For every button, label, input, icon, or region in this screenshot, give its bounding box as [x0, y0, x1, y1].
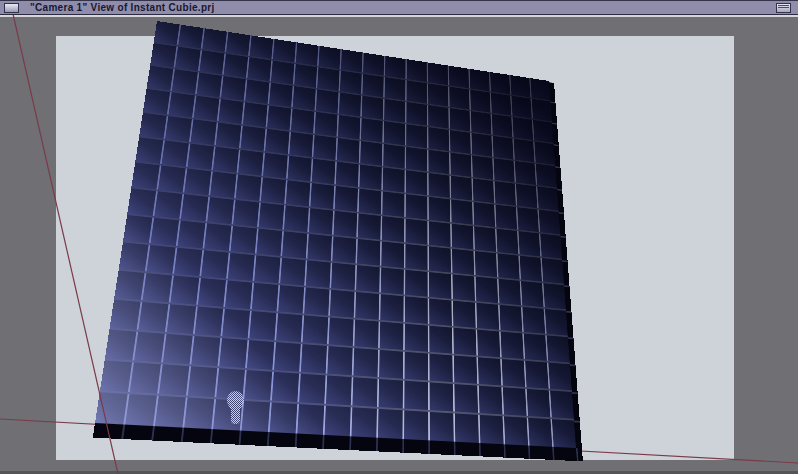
cube-face: [194, 96, 220, 121]
cube-face: [476, 277, 498, 303]
cube-face: [547, 335, 570, 362]
cube-face: [361, 118, 383, 142]
light-object[interactable]: [227, 391, 244, 425]
cube-face: [147, 66, 174, 91]
cube-face: [495, 181, 516, 205]
light-object-stem: [231, 407, 240, 424]
cube-grid: [95, 21, 576, 448]
cube-face: [379, 350, 403, 379]
cube-face: [534, 142, 555, 165]
cube-face: [517, 207, 539, 232]
cube-face: [407, 80, 427, 103]
cube-face: [284, 205, 309, 232]
cube-face: [362, 96, 384, 120]
cube-face: [231, 226, 257, 254]
cube-face: [406, 102, 427, 126]
cube-face: [191, 336, 220, 366]
cube-face: [480, 415, 504, 444]
cube-face: [405, 244, 427, 270]
cube-face: [95, 392, 128, 424]
cube-face: [539, 210, 561, 235]
cube-face: [354, 320, 378, 348]
cube-face: [405, 324, 428, 352]
cube-face: [259, 203, 284, 230]
cube-face: [131, 162, 159, 189]
cube-face: [451, 199, 473, 224]
cube-face: [543, 283, 565, 309]
cube-wall-object[interactable]: [95, 21, 576, 448]
cube-face: [477, 330, 500, 358]
cube-face: [244, 370, 272, 400]
cube-face: [429, 173, 450, 198]
cube-face: [429, 354, 452, 382]
cube-face: [490, 72, 510, 94]
cube-face: [272, 372, 299, 402]
cube-face: [297, 404, 324, 435]
cube-face: [154, 191, 182, 218]
cube-face: [429, 221, 451, 247]
cube-face: [338, 115, 360, 139]
cube-face: [407, 59, 427, 82]
cube-face: [453, 328, 476, 356]
cube-face: [154, 21, 180, 45]
cube-face: [125, 394, 157, 426]
window-titlebar[interactable]: "Camera 1" View of Instant Cubie.prj: [0, 0, 798, 15]
cube-face: [494, 158, 515, 182]
cube-face: [429, 326, 452, 354]
cube-face: [178, 221, 206, 249]
cube-face: [428, 105, 448, 128]
cube-face: [379, 379, 403, 408]
cube-face: [271, 61, 294, 85]
cube-face: [334, 211, 358, 237]
cube-face: [351, 407, 376, 437]
cube-face: [187, 144, 214, 170]
cube-face: [428, 150, 449, 174]
cube-face: [236, 175, 262, 201]
cube-face: [184, 169, 211, 196]
cube-face: [130, 362, 161, 393]
cube-face: [184, 397, 214, 429]
cube-face: [405, 270, 428, 297]
cube-face: [267, 106, 291, 131]
cube-face: [429, 246, 451, 272]
cube-face: [143, 273, 173, 302]
cube-face: [309, 208, 333, 234]
cube-face: [273, 39, 296, 62]
cube-face: [114, 271, 144, 300]
cube-face: [242, 401, 270, 432]
cube-face: [326, 375, 352, 405]
cube-face: [286, 180, 310, 206]
cube-face: [294, 64, 317, 88]
cube-face: [174, 248, 202, 276]
cube-face: [291, 109, 314, 134]
cube-face: [405, 296, 428, 323]
cube-face: [270, 403, 298, 434]
cube-face: [449, 87, 469, 110]
cube-face: [383, 144, 405, 169]
cube-face: [511, 96, 531, 119]
cube-face: [359, 165, 381, 190]
cube-face: [228, 253, 255, 281]
cube-face: [165, 116, 192, 142]
cube-face: [276, 313, 302, 342]
cube-face: [383, 167, 405, 192]
cube-face: [221, 76, 246, 101]
cube-face: [307, 234, 332, 261]
close-box-icon[interactable]: [4, 3, 19, 13]
cube-face: [455, 413, 479, 443]
cube-face: [454, 356, 477, 384]
cube-face: [226, 32, 250, 56]
cube-face: [491, 93, 511, 116]
cube-face: [495, 205, 517, 230]
cube-face: [454, 384, 478, 413]
cube-face: [537, 186, 558, 210]
cube-face: [331, 263, 355, 290]
cube-face: [319, 46, 341, 69]
cube-face: [274, 342, 301, 372]
windowshade-icon[interactable]: [776, 3, 791, 13]
cube-face: [336, 162, 359, 187]
cube-face: [256, 229, 282, 256]
cube-face: [513, 117, 533, 140]
cube-face: [289, 132, 313, 157]
cube-face: [198, 278, 226, 307]
